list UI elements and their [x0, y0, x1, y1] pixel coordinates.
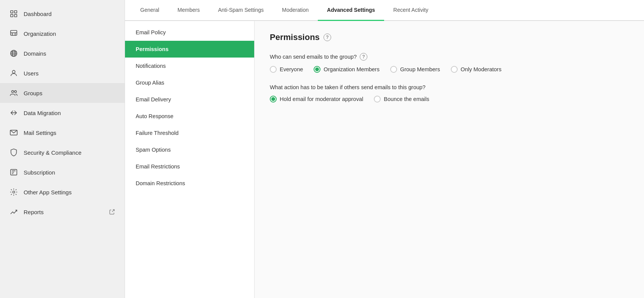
section-title: Permissions ? — [270, 32, 629, 42]
radio-circle-everyone — [270, 66, 277, 73]
svg-rect-2 — [11, 14, 13, 17]
sidebar-label-subscription: Subscription — [24, 169, 115, 176]
subscription-icon — [9, 168, 18, 177]
sidebar-label-reports: Reports — [24, 209, 103, 215]
svg-rect-3 — [14, 14, 17, 17]
sidebar-label-organization: Organization — [24, 30, 115, 37]
sidebar-item-subscription[interactable]: Subscription — [0, 162, 125, 182]
tab-advanced-settings[interactable]: Advanced Settings — [318, 0, 384, 21]
radio-org-members[interactable]: Organization Members — [314, 66, 380, 73]
svg-point-15 — [13, 191, 15, 193]
domains-icon — [9, 49, 18, 58]
dashboard-icon — [9, 9, 18, 18]
external-link-icon — [109, 208, 115, 215]
sidebar-label-other-app-settings: Other App Settings — [24, 189, 115, 195]
sidebar-item-dashboard[interactable]: Dashboard — [0, 4, 125, 24]
action-options-group: Hold email for moderator approval Bounce… — [270, 96, 629, 103]
secondary-item-email-delivery[interactable]: Email Delivery — [125, 91, 254, 108]
action-group: What action has to be taken if others se… — [270, 84, 629, 103]
secondary-item-auto-response[interactable]: Auto Response — [125, 108, 254, 125]
users-icon — [9, 69, 18, 78]
svg-rect-0 — [11, 11, 13, 13]
secondary-nav: Email Policy Permissions Notifications G… — [125, 21, 255, 298]
security-icon — [9, 148, 18, 157]
radio-only-moderators[interactable]: Only Moderators — [451, 66, 501, 73]
radio-circle-group-members — [390, 66, 397, 73]
tab-general[interactable]: General — [131, 0, 168, 21]
radio-label-hold-email: Hold email for moderator approval — [280, 96, 363, 102]
left-sidebar: Dashboard Organization Domains Users Gro… — [0, 0, 125, 298]
sidebar-item-reports[interactable]: Reports — [0, 202, 125, 222]
secondary-item-spam-options[interactable]: Spam Options — [125, 141, 254, 158]
sidebar-label-dashboard: Dashboard — [24, 11, 115, 17]
other-app-icon — [9, 187, 18, 197]
permissions-panel: Permissions ? Who can send emails to the… — [255, 21, 644, 298]
radio-label-only-moderators: Only Moderators — [461, 66, 501, 72]
send-options-group: Everyone Organization Members Group Memb… — [270, 66, 629, 73]
who-can-send-group: Who can send emails to the group? ? Ever… — [270, 53, 629, 73]
permissions-help-icon[interactable]: ? — [324, 34, 331, 41]
sidebar-item-groups[interactable]: Groups — [0, 83, 125, 103]
radio-label-bounce-email: Bounce the emails — [384, 96, 429, 102]
radio-bounce-email[interactable]: Bounce the emails — [374, 96, 429, 103]
top-tabs: General Members Anti-Spam Settings Moder… — [125, 0, 644, 21]
svg-point-10 — [12, 70, 15, 73]
secondary-item-domain-restrictions[interactable]: Domain Restrictions — [125, 175, 254, 192]
organization-icon — [9, 29, 18, 38]
sidebar-item-mail-settings[interactable]: Mail Settings — [0, 123, 125, 143]
sidebar-label-security-compliance: Security & Compliance — [24, 149, 115, 156]
radio-hold-email[interactable]: Hold email for moderator approval — [270, 96, 363, 103]
svg-point-12 — [14, 91, 17, 93]
radio-everyone[interactable]: Everyone — [270, 66, 303, 73]
radio-label-group-members: Group Members — [400, 66, 440, 72]
sidebar-label-domains: Domains — [24, 50, 115, 57]
sidebar-label-groups: Groups — [24, 90, 115, 96]
data-migration-icon — [9, 108, 18, 117]
sidebar-label-users: Users — [24, 70, 115, 77]
tab-recent-activity[interactable]: Recent Activity — [384, 0, 437, 21]
secondary-item-notifications[interactable]: Notifications — [125, 58, 254, 74]
secondary-item-permissions[interactable]: Permissions — [125, 41, 254, 58]
tab-moderation[interactable]: Moderation — [273, 0, 318, 21]
radio-circle-hold-email — [270, 96, 277, 103]
sidebar-item-users[interactable]: Users — [0, 63, 125, 83]
sidebar-item-other-app-settings[interactable]: Other App Settings — [0, 182, 125, 202]
secondary-item-failure-threshold[interactable]: Failure Threshold — [125, 125, 254, 141]
svg-rect-1 — [14, 11, 17, 13]
who-can-send-label: Who can send emails to the group? ? — [270, 53, 629, 61]
sidebar-item-organization[interactable]: Organization — [0, 24, 125, 43]
secondary-item-group-alias[interactable]: Group Alias — [125, 74, 254, 91]
groups-icon — [9, 88, 18, 98]
sidebar-item-domains[interactable]: Domains — [0, 43, 125, 63]
radio-label-everyone: Everyone — [280, 66, 303, 72]
radio-label-org-members: Organization Members — [324, 66, 380, 72]
main-area: General Members Anti-Spam Settings Moder… — [125, 0, 644, 298]
sidebar-item-data-migration[interactable]: Data Migration — [0, 103, 125, 123]
radio-circle-bounce-email — [374, 96, 381, 103]
reports-icon — [9, 207, 18, 216]
permissions-title: Permissions — [270, 32, 320, 42]
sidebar-item-security-compliance[interactable]: Security & Compliance — [0, 143, 125, 162]
svg-point-11 — [12, 91, 14, 93]
sidebar-label-data-migration: Data Migration — [24, 110, 115, 116]
who-can-send-help-icon[interactable]: ? — [360, 53, 367, 61]
radio-group-members[interactable]: Group Members — [390, 66, 440, 73]
mail-settings-icon — [9, 128, 18, 137]
content-area: Email Policy Permissions Notifications G… — [125, 21, 644, 298]
sidebar-label-mail-settings: Mail Settings — [24, 130, 115, 136]
secondary-item-email-policy[interactable]: Email Policy — [125, 24, 254, 41]
radio-circle-org-members — [314, 66, 320, 73]
radio-circle-only-moderators — [451, 66, 458, 73]
action-label: What action has to be taken if others se… — [270, 84, 629, 90]
tab-anti-spam[interactable]: Anti-Spam Settings — [209, 0, 273, 21]
tab-members[interactable]: Members — [168, 0, 209, 21]
secondary-item-email-restrictions[interactable]: Email Restrictions — [125, 158, 254, 175]
